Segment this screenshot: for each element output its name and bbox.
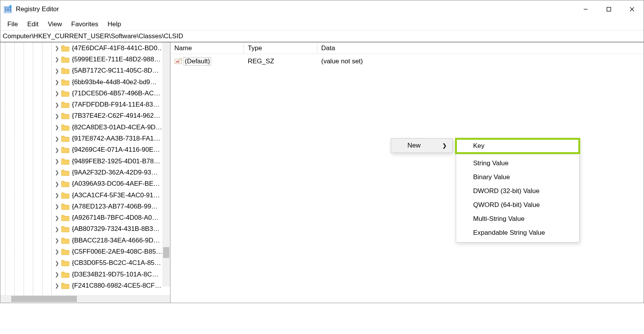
tree-item[interactable]: ❯{5999E1EE-711E-48D2-988… [55, 54, 170, 65]
tree-item[interactable]: ❯{7AFDFDDB-F914-11E4-83… [55, 99, 170, 110]
folder-icon [61, 67, 70, 74]
menu-edit[interactable]: Edit [22, 19, 43, 30]
minimize-button[interactable] [574, 0, 597, 18]
svg-rect-7 [8, 9, 9, 10]
chevron-right-icon[interactable]: ❯ [55, 136, 59, 142]
tree-item[interactable]: ❯{7B37E4E2-C62F-4914-962… [55, 110, 170, 122]
tree-item[interactable]: ❯{A78ED123-AB77-406B-99… [55, 201, 170, 212]
ctx-new-string[interactable]: String Value [456, 156, 579, 170]
ctx-new-multistring[interactable]: Multi-String Value [456, 212, 579, 226]
chevron-right-icon[interactable]: ❯ [55, 56, 59, 62]
folder-icon [61, 271, 70, 278]
regedit-icon [3, 5, 12, 14]
ctx-new-label: New [407, 142, 421, 149]
tree-item[interactable]: ❯{71DCE5D6-4B57-496B-AC… [55, 88, 170, 99]
menu-file[interactable]: File [3, 19, 22, 30]
chevron-right-icon[interactable]: ❯ [55, 203, 59, 209]
chevron-right-icon[interactable]: ❯ [55, 215, 59, 221]
tree-item[interactable]: ❯{9489FEB2-1925-4D01-B78… [55, 156, 170, 167]
chevron-right-icon[interactable]: ❯ [55, 147, 59, 153]
chevron-right-icon[interactable]: ❯ [55, 170, 59, 175]
svg-text:ab: ab [176, 59, 180, 63]
chevron-right-icon[interactable]: ❯ [55, 102, 59, 108]
maximize-button[interactable] [597, 0, 620, 18]
chevron-right-icon[interactable]: ❯ [55, 45, 59, 51]
folder-icon [61, 45, 70, 52]
tree-item-label: {5999E1EE-711E-48D2-988… [72, 56, 161, 63]
column-name[interactable]: Name [170, 42, 244, 54]
tree-item-label: {71DCE5D6-4B57-496B-AC… [72, 90, 160, 97]
chevron-right-icon[interactable]: ❯ [55, 113, 59, 119]
menu-help[interactable]: Help [103, 19, 126, 30]
tree-item-label: {C5FF006E-2AE9-408C-B85… [72, 248, 162, 256]
ctx-new[interactable]: New ❯ [391, 139, 452, 153]
details-row[interactable]: ab(Default)REG_SZ(value not set) [170, 56, 644, 67]
chevron-right-icon[interactable]: ❯ [55, 271, 59, 277]
tree-item[interactable]: ❯{BBACC218-34EA-4666-9D… [55, 235, 170, 246]
title-bar: Registry Editor [0, 0, 644, 18]
chevron-right-icon[interactable]: ❯ [55, 237, 59, 243]
tree-item[interactable]: ❯{C5FF006E-2AE9-408C-B85… [55, 246, 170, 257]
menu-view[interactable]: View [43, 19, 67, 30]
tree-item[interactable]: ❯{6bb93b4e-44d8-40e2-bd9… [55, 76, 170, 88]
chevron-right-icon[interactable]: ❯ [55, 283, 59, 288]
menu-favorites[interactable]: Favorites [66, 19, 103, 30]
chevron-right-icon[interactable]: ❯ [55, 68, 59, 74]
tree-item[interactable]: ❯{917E8742-AA3B-7318-FA1… [55, 133, 170, 144]
chevron-right-icon[interactable]: ❯ [55, 158, 59, 164]
folder-icon [61, 79, 70, 86]
chevron-right-icon[interactable]: ❯ [55, 124, 59, 130]
chevron-right-icon[interactable]: ❯ [55, 249, 59, 254]
folder-icon [61, 225, 70, 232]
address-bar[interactable]: Computer\HKEY_CURRENT_USER\Software\Clas… [0, 31, 644, 42]
ctx-new-qword[interactable]: QWORD (64-bit) Value [456, 198, 579, 212]
context-submenu-new: Key String Value Binary Value DWORD (32-… [456, 138, 579, 242]
details-pane[interactable]: Name Type Data ab(Default)REG_SZ(value n… [170, 42, 644, 303]
tree-item[interactable]: ❯{94269C4E-071A-4116-90E… [55, 144, 170, 156]
column-data[interactable]: Data [317, 42, 644, 54]
chevron-right-icon[interactable]: ❯ [55, 79, 59, 85]
tree-item[interactable]: ❯{F241C880-6982-4CE5-8CF… [55, 280, 170, 291]
tree-item-label: {A3CA1CF4-5F3E-4AC0-91… [72, 192, 160, 199]
tree-item[interactable]: ❯{A926714B-7BFC-4D08-A0… [55, 212, 170, 223]
chevron-right-icon[interactable]: ❯ [55, 192, 59, 198]
tree-item[interactable]: ❯{9AA2F32D-362A-42D9-93… [55, 167, 170, 178]
tree-item[interactable]: ❯{A3CA1CF4-5F3E-4AC0-91… [55, 190, 170, 201]
submenu-arrow-icon: ❯ [442, 142, 447, 149]
tree-item-label: {9489FEB2-1925-4D01-B78… [72, 158, 160, 165]
close-button[interactable] [620, 0, 644, 18]
tree-item-label: {AB807329-7324-431B-8B3… [72, 225, 160, 233]
tree-view[interactable]: ❯{47E6DCAF-41F8-441C-BD0…❯{5999E1EE-711E… [0, 42, 170, 303]
ctx-new-binary[interactable]: Binary Value [456, 170, 579, 184]
ctx-new-dword[interactable]: DWORD (32-bit) Value [456, 184, 579, 198]
tree-item[interactable]: ❯{5AB7172C-9C11-405C-8D… [55, 65, 170, 76]
scrollbar-thumb[interactable] [163, 247, 169, 258]
tree-item[interactable]: ❯{47E6DCAF-41F8-441C-BD0… [55, 42, 170, 54]
value-type: REG_SZ [244, 56, 317, 67]
ctx-new-key[interactable]: Key [456, 139, 579, 153]
tree-item[interactable]: ❯{AB807329-7324-431B-8B3… [55, 224, 170, 235]
window-title: Registry Editor [16, 5, 59, 13]
tree-scrollbar-horizontal[interactable] [0, 295, 170, 303]
tree-item[interactable]: ❯{A0396A93-DC06-4AEF-BE… [55, 178, 170, 190]
folder-icon [61, 192, 70, 199]
column-type[interactable]: Type [244, 42, 317, 54]
chevron-right-icon[interactable]: ❯ [55, 181, 59, 187]
chevron-right-icon[interactable]: ❯ [55, 260, 59, 266]
svg-rect-8 [10, 9, 11, 10]
tree-item[interactable]: ❯{D3E34B21-9D75-101A-8C… [55, 269, 170, 280]
tree-item-label: {A926714B-7BFC-4D08-A0… [72, 214, 158, 222]
scrollbar-thumb[interactable] [11, 296, 77, 302]
tree-item-label: {CB3D0F55-BC2C-4C1A-85… [72, 259, 161, 267]
ctx-new-expandstring[interactable]: Expandable String Value [456, 226, 579, 240]
tree-item[interactable]: ❯{CB3D0F55-BC2C-4C1A-85… [55, 258, 170, 269]
svg-rect-1 [5, 7, 6, 8]
chevron-right-icon[interactable]: ❯ [55, 226, 59, 232]
folder-icon [61, 112, 70, 119]
folder-icon [61, 56, 70, 63]
tree-item-label: {5AB7172C-9C11-405C-8D… [72, 67, 159, 75]
chevron-right-icon[interactable]: ❯ [55, 90, 59, 96]
tree-item-label: {6bb93b4e-44d8-40e2-bd9… [72, 78, 157, 86]
tree-scrollbar-vertical[interactable] [162, 42, 170, 287]
tree-item[interactable]: ❯{82CA8DE3-01AD-4CEA-9D… [55, 122, 170, 133]
